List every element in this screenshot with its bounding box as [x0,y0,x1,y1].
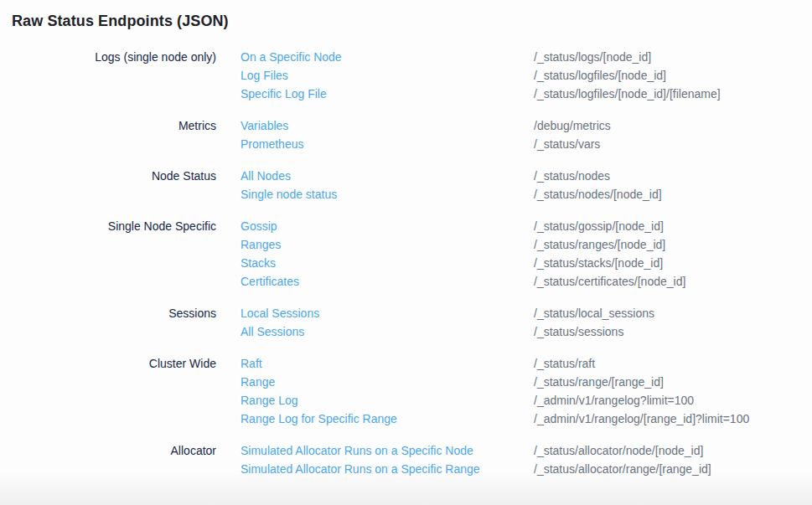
endpoint-path: /_status/sessions [534,322,812,341]
group-category-label: Sessions [0,304,216,322]
group-category-label: Allocator [0,441,216,460]
endpoint-path: /_status/allocator/node/[node_id] [534,441,812,460]
group-category-label: Single Node Specific [0,217,216,235]
endpoint-group: Cluster Wide RaftRangeRange LogRange Log… [0,354,812,428]
group-link-list: GossipRangesStacksCertificates [240,217,534,291]
endpoint-link[interactable]: Single node status [240,185,337,204]
group-path-list: /_status/gossip/[node_id]/_status/ranges… [534,217,812,291]
endpoint-path: /_status/gossip/[node_id] [534,217,812,235]
endpoint-link[interactable]: Variables [240,116,288,135]
group-link-list: Simulated Allocator Runs on a Specific N… [240,441,534,478]
endpoint-link[interactable]: Range [240,373,275,391]
endpoint-link[interactable]: Certificates [240,272,299,291]
endpoint-link[interactable]: Simulated Allocator Runs on a Specific R… [240,460,480,478]
endpoint-path: /_status/allocator/range/[range_id] [534,460,812,478]
endpoint-link[interactable]: Log Files [240,66,288,85]
endpoint-link[interactable]: On a Specific Node [240,48,342,66]
endpoint-path: /_status/range/[range_id] [534,373,812,391]
group-path-list: /_status/local_sessions/_status/sessions [534,304,812,341]
endpoint-link[interactable]: All Sessions [240,322,304,341]
group-path-list: /_status/raft/_status/range/[range_id]/_… [534,354,812,428]
endpoint-path: /_status/ranges/[node_id] [534,235,812,254]
endpoint-path: /_status/certificates/[node_id] [534,272,812,291]
endpoint-group: Single Node Specific GossipRangesStacksC… [0,217,812,291]
endpoint-path: /_status/nodes/[node_id] [534,185,812,204]
group-category-label: Cluster Wide [0,354,216,373]
endpoint-link[interactable]: Ranges [240,235,281,254]
group-link-list: All NodesSingle node status [240,167,534,204]
endpoint-path: /_status/nodes [534,167,812,185]
endpoint-path: /_status/local_sessions [534,304,812,322]
debug-endpoints-page: Raw Status Endpoints (JSON) Logs (single… [0,0,812,505]
endpoint-path: /_status/raft [534,354,812,373]
endpoint-link[interactable]: Raft [240,354,262,373]
endpoint-path: /_status/logfiles/[node_id]/[filename] [534,85,812,103]
endpoint-path: /_status/stacks/[node_id] [534,254,812,272]
endpoint-link[interactable]: Prometheus [240,135,303,153]
endpoint-path: /_status/logfiles/[node_id] [534,66,812,85]
endpoint-link[interactable]: Stacks [240,254,276,272]
group-path-list: /_status/allocator/node/[node_id]/_statu… [534,441,812,478]
endpoint-link[interactable]: All Nodes [240,167,291,185]
endpoint-groups: Logs (single node only) On a Specific No… [0,48,812,478]
group-path-list: /_status/nodes/_status/nodes/[node_id] [534,167,812,204]
endpoint-group: Metrics VariablesPrometheus /debug/metri… [0,116,812,153]
endpoint-group: Logs (single node only) On a Specific No… [0,48,812,103]
group-link-list: RaftRangeRange LogRange Log for Specific… [240,354,534,428]
endpoint-group: Node Status All NodesSingle node status … [0,167,812,204]
group-link-list: VariablesPrometheus [240,116,534,153]
group-category-label: Logs (single node only) [0,48,216,66]
endpoint-link[interactable]: Range Log [240,391,298,410]
endpoint-path: /_status/logs/[node_id] [534,48,812,66]
endpoint-group: Allocator Simulated Allocator Runs on a … [0,441,812,478]
endpoint-link[interactable]: Specific Log File [240,85,327,103]
endpoint-link[interactable]: Simulated Allocator Runs on a Specific N… [240,441,473,460]
endpoint-link[interactable]: Range Log for Specific Range [240,410,397,428]
endpoint-link[interactable]: Gossip [240,217,277,235]
endpoint-group: Sessions Local SessionsAll Sessions /_st… [0,304,812,341]
group-link-list: On a Specific NodeLog FilesSpecific Log … [240,48,534,103]
group-category-label: Node Status [0,167,216,185]
endpoint-path: /_admin/v1/rangelog/[range_id]?limit=100 [534,410,812,428]
group-link-list: Local SessionsAll Sessions [240,304,534,341]
endpoint-path: /_status/vars [534,135,812,153]
group-path-list: /debug/metrics/_status/vars [534,116,812,153]
endpoint-link[interactable]: Local Sessions [240,304,319,322]
endpoint-path: /_admin/v1/rangelog?limit=100 [534,391,812,410]
page-title: Raw Status Endpoints (JSON) [0,0,812,30]
group-path-list: /_status/logs/[node_id]/_status/logfiles… [534,48,812,103]
group-category-label: Metrics [0,116,216,135]
endpoint-path: /debug/metrics [534,116,812,135]
